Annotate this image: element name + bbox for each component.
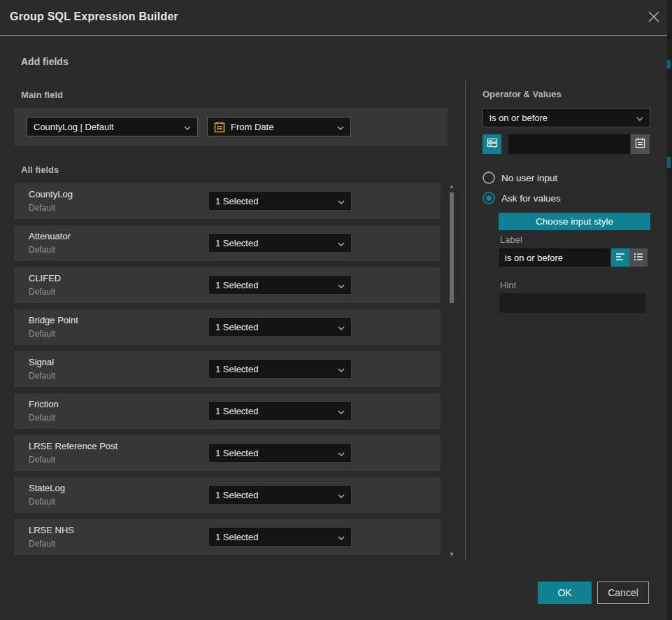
field-sublabel: Default: [29, 329, 55, 339]
scrollbar-up-arrow-icon[interactable]: ▲: [448, 184, 455, 190]
field-sublabel: Default: [29, 287, 55, 297]
radio-no-user-input-label: No user input: [501, 173, 557, 183]
chevron-down-icon: [337, 122, 344, 132]
field-selected-dropdown[interactable]: 1 Selected: [208, 443, 352, 463]
background-app-fragment: [667, 60, 671, 69]
field-selected-dropdown[interactable]: 1 Selected: [208, 317, 352, 337]
field-selected-dropdown[interactable]: 1 Selected: [208, 191, 352, 211]
field-row: LRSE Reference Post Default 1 Selected: [14, 435, 441, 471]
field-row: LRSE NHS Default 1 Selected: [14, 519, 441, 555]
field-name: CLIFED: [29, 273, 61, 283]
hint-field-label: Hint: [500, 280, 516, 290]
single-line-input-style-button[interactable]: [611, 248, 629, 267]
panel-divider: [465, 81, 466, 560]
field-row: StateLog Default 1 Selected: [14, 477, 441, 513]
list-input-style-button[interactable]: [629, 248, 648, 267]
field-selected-dropdown[interactable]: 1 Selected: [208, 359, 352, 379]
main-date-field-dropdown[interactable]: From Date: [207, 117, 351, 136]
field-selected-dropdown[interactable]: 1 Selected: [208, 527, 352, 547]
align-left-icon: [615, 251, 625, 264]
field-row: CountyLog Default 1 Selected: [14, 183, 441, 219]
field-sublabel: Default: [29, 539, 55, 549]
calendar-icon: [635, 137, 645, 151]
main-layer-dropdown-value: CountyLog | Default: [34, 122, 114, 132]
field-sublabel: Default: [29, 413, 55, 423]
chevron-down-icon: [338, 196, 345, 206]
operator-dropdown-value: is on or before: [489, 113, 548, 123]
radio-circle-icon: [482, 171, 495, 184]
field-selected-dropdown-value: 1 Selected: [215, 196, 258, 206]
bulleted-list-icon: [634, 251, 643, 264]
field-row: Signal Default 1 Selected: [14, 351, 441, 387]
input-type-button[interactable]: [482, 134, 501, 154]
field-sublabel: Default: [29, 497, 55, 507]
chevron-down-icon: [636, 113, 643, 123]
field-selected-dropdown[interactable]: 1 Selected: [208, 275, 352, 295]
main-layer-dropdown[interactable]: CountyLog | Default: [27, 117, 198, 136]
chevron-down-icon: [338, 238, 345, 248]
chevron-down-icon: [338, 406, 345, 416]
field-selected-dropdown-value: 1 Selected: [215, 364, 258, 374]
field-selected-dropdown-value: 1 Selected: [215, 238, 258, 248]
radio-ask-for-values[interactable]: Ask for values: [482, 192, 561, 204]
chevron-down-icon: [338, 322, 345, 332]
field-selected-dropdown-value: 1 Selected: [215, 322, 258, 332]
calendar-picker-button[interactable]: [631, 134, 650, 154]
field-name: LRSE Reference Post: [29, 441, 117, 451]
scrollbar-thumb[interactable]: [450, 192, 454, 303]
radio-circle-icon: [482, 192, 495, 204]
hint-input[interactable]: [499, 293, 645, 313]
dialog-title: Group SQL Expression Builder: [10, 10, 178, 23]
field-selected-dropdown-value: 1 Selected: [215, 406, 258, 416]
field-sublabel: Default: [29, 455, 55, 465]
choose-input-style-button[interactable]: Choose input style: [499, 213, 650, 230]
field-selected-dropdown[interactable]: 1 Selected: [208, 401, 352, 421]
field-name: Friction: [29, 399, 59, 409]
main-field-heading: Main field: [21, 90, 63, 100]
cancel-button[interactable]: Cancel: [597, 582, 649, 604]
field-selected-dropdown-value: 1 Selected: [215, 532, 258, 542]
chevron-down-icon: [338, 532, 345, 542]
calendar-date-icon: [214, 121, 225, 133]
field-name: Attenuator: [29, 231, 71, 241]
main-date-field-dropdown-value: From Date: [231, 122, 273, 132]
main-field-row: CountyLog | Default From Date: [14, 108, 448, 146]
add-fields-heading: Add fields: [21, 56, 69, 67]
field-sublabel: Default: [29, 203, 55, 213]
label-input[interactable]: [499, 248, 610, 267]
chevron-down-icon: [338, 490, 345, 500]
close-icon: [648, 10, 660, 26]
operator-dropdown[interactable]: is on or before: [482, 108, 650, 127]
field-sublabel: Default: [29, 245, 55, 255]
operator-values-heading: Operator & Values: [482, 89, 562, 99]
ok-button[interactable]: OK: [538, 582, 592, 604]
field-selected-dropdown[interactable]: 1 Selected: [208, 233, 352, 253]
input-type-icon: [487, 137, 498, 151]
field-name: CountyLog: [29, 189, 73, 199]
scrollbar-down-arrow-icon[interactable]: ▼: [448, 551, 456, 558]
group-sql-expression-builder-dialog: Group SQL Expression Builder Add fields …: [0, 0, 667, 620]
field-name: LRSE NHS: [29, 525, 74, 535]
field-row: Bridge Point Default 1 Selected: [14, 309, 441, 345]
dialog-titlebar: Group SQL Expression Builder: [0, 0, 667, 36]
field-selected-dropdown-value: 1 Selected: [215, 490, 258, 500]
field-name: StateLog: [29, 483, 65, 493]
close-button[interactable]: [645, 9, 663, 27]
background-app-fragment: [667, 157, 671, 168]
field-selected-dropdown[interactable]: 1 Selected: [208, 485, 352, 505]
all-fields-list: CountyLog Default 1 Selected Attenuator …: [14, 183, 441, 561]
field-sublabel: Default: [29, 371, 55, 381]
chevron-down-icon: [338, 364, 345, 374]
field-row: Friction Default 1 Selected: [14, 393, 441, 429]
all-fields-heading: All fields: [21, 164, 59, 175]
value-input[interactable]: [508, 134, 630, 154]
background-app-edge: [667, 0, 672, 620]
field-name: Bridge Point: [29, 315, 78, 325]
field-selected-dropdown-value: 1 Selected: [215, 448, 258, 458]
field-row: Attenuator Default 1 Selected: [14, 225, 441, 261]
chevron-down-icon: [338, 280, 345, 290]
radio-ask-for-values-label: Ask for values: [501, 193, 561, 204]
field-row: CLIFED Default 1 Selected: [14, 267, 441, 303]
radio-no-user-input[interactable]: No user input: [482, 171, 557, 184]
field-selected-dropdown-value: 1 Selected: [215, 280, 258, 290]
